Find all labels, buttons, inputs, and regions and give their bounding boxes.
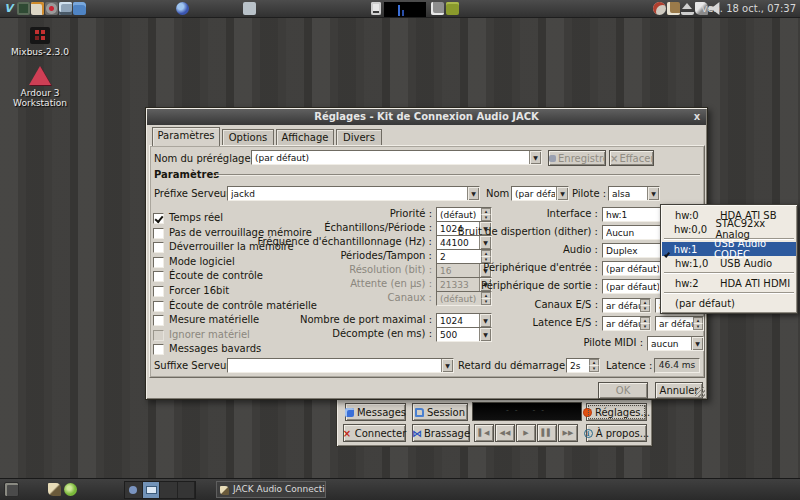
terminal-icon[interactable] [17,2,30,15]
workspace-2-active[interactable] [143,482,161,498]
driver-combobox[interactable]: alsa▼ [608,186,660,201]
checkbox-ignorer-materiel[interactable] [153,330,164,341]
patchbay-button[interactable]: ⋈ Brassage [412,424,470,442]
session-button[interactable]: Session [412,403,468,421]
session-folder-icon [415,408,424,417]
ok-button[interactable]: OK [598,382,648,399]
workspace-pager[interactable] [124,481,196,499]
workspace-1[interactable] [125,482,143,498]
qjackctl-window: Messages Session -- -- Réglages... × Con… [336,396,653,447]
resize-grip[interactable] [695,387,705,397]
delete-x-icon: × [610,153,618,164]
spin-arrows-icon[interactable]: ▴▾ [640,299,650,312]
task-pen-icon [220,486,229,495]
workspace-4[interactable] [178,482,196,498]
eject-icon[interactable] [681,2,694,15]
cd-burner-icon[interactable] [45,2,58,15]
browser-icon[interactable] [176,2,189,15]
interface-combobox[interactable]: hw:1 [602,207,662,222]
messages-button[interactable]: Messages [345,403,406,421]
desktop-icon-mixbus[interactable]: Mixbus-2.3.0 [3,27,77,57]
chevron-down-icon[interactable]: ▼ [691,337,703,350]
dialog-titlebar[interactable]: Réglages - Kit de Connexion Audio JACK x [147,109,706,125]
transport-forward-button[interactable]: ▶▶ [558,424,578,442]
chevron-down-icon[interactable]: ▼ [529,151,541,164]
computer-icon[interactable] [59,2,72,15]
preset-combobox[interactable]: (par défaut)▼ [251,150,542,165]
checkbox-temps-reel[interactable] [153,213,164,224]
dither-combobox[interactable]: Aucun [602,225,662,240]
midi-driver-label: Pilote MIDI : [491,336,643,350]
chevron-down-icon[interactable]: ▼ [556,187,568,200]
checkbox-forcer-16bit[interactable] [153,286,164,297]
menu-item-hw2[interactable]: hw:2 HDA ATI HDMI [662,276,796,290]
app-menu-icon[interactable]: V [2,2,15,15]
chevron-down-icon[interactable]: ▼ [467,187,479,200]
menu-item-default[interactable]: (par défaut) [662,296,796,310]
tab-affichage[interactable]: Affichage [276,129,334,146]
out-latency-spinbox[interactable]: ar défaut)▴▾ [655,316,704,331]
audio-combobox[interactable]: Duplex [602,243,662,258]
battery-icon[interactable] [371,2,381,15]
in-channels-spinbox[interactable]: ar défaut)▴▾ [602,298,651,313]
connect-button[interactable]: × Connecter [343,424,406,442]
checkbox-mode-logiciel[interactable] [153,257,164,268]
delete-preset-button[interactable]: ×Effacer [609,150,654,166]
window-list-icon[interactable] [243,2,256,15]
tab-divers[interactable]: Divers [336,129,382,146]
text-editor-icon[interactable] [31,2,44,15]
dialog-title: Réglages - Kit de Connexion Audio JACK [314,111,539,122]
about-button[interactable]: i À propos... [586,424,647,442]
checkbox-ecoute-materielle[interactable] [153,301,164,312]
outdevice-combobox[interactable]: (par défaut) [602,279,662,294]
samplerate-label: Fréquence d'échantillonnage (Hz) : [206,235,432,249]
transport-pause-button[interactable]: ▌▌ [537,424,557,442]
server-prefix-label: Préfixe Serveur : [154,187,237,201]
task-button-jack[interactable]: JACK Audio Connectio... [216,481,326,498]
transport-play-button[interactable]: ▶ [516,424,536,442]
checkbox-pas-verrouillage[interactable] [153,228,164,239]
spin-arrows-icon[interactable]: ▴▾ [693,317,703,330]
start-delay-spinbox[interactable]: 2s▴▾ [566,358,600,373]
transport-skip-back-button[interactable]: ▌◀ [474,424,494,442]
menu-item-hw00[interactable]: hw:0,0 STAC92xx Analog [662,222,796,236]
screenshot-icon[interactable] [653,2,666,15]
close-icon[interactable]: x [691,111,703,123]
checkbox-ecoute-controle[interactable] [153,271,164,282]
spin-arrows-icon[interactable]: ▴▾ [589,359,599,372]
menu-item-hw1-selected[interactable]: hw:1 USB Audio CODEC [662,242,796,256]
cpu-monitor-graph[interactable] [384,2,426,17]
desktop-icon-ardour[interactable]: Ardour 3 Workstation [3,66,77,108]
panel-clock[interactable]: ven. 18 oct., 07:37 [701,3,796,14]
show-desktop-button[interactable] [4,482,19,497]
tab-options[interactable]: Options [222,129,274,146]
jack-settings-dialog: Réglages - Kit de Connexion Audio JACK x… [145,107,708,400]
server-name-combobox[interactable]: (par défaut)▼ [511,186,569,201]
settings-button[interactable]: Réglages... [586,403,647,421]
checkbox-messages-bavards[interactable] [153,344,164,355]
workspace-3[interactable] [160,482,178,498]
tab-parametres[interactable]: Paramètres [152,127,220,146]
paint-icon[interactable] [48,483,61,496]
file-manager-icon[interactable] [73,2,86,15]
desktop: V ven. 18 oct., 07:37 Mixbus-2.3.0 Ardou… [0,0,800,500]
server-prefix-combobox[interactable]: jackd▼ [227,186,480,201]
ardour-icon [29,66,51,85]
checkbox-mesure-materielle[interactable] [153,315,164,326]
wait-label: Attente (en µs) : [206,277,432,291]
in-latency-spinbox[interactable]: ar défaut)▴▾ [602,316,651,331]
save-preset-button[interactable]: Enregistrer [548,150,606,166]
chevron-down-icon[interactable]: ▼ [441,359,453,372]
connect-icon: × [343,429,352,438]
spin-arrows-icon[interactable]: ▴▾ [640,317,650,330]
chevron-down-icon[interactable]: ▼ [647,187,659,200]
server-suffix-combobox[interactable]: ▼ [227,358,454,373]
broken-image-icon[interactable] [431,2,444,15]
clipboard-icon[interactable] [667,2,680,15]
assistant-icon[interactable] [64,483,77,496]
transport-rewind-button[interactable]: ◀◀ [495,424,515,442]
midi-driver-combobox[interactable]: aucun▼ [647,336,704,351]
indevice-combobox[interactable]: (par défaut) [602,261,662,276]
checkbox-deverrouiller[interactable] [153,242,164,253]
trash-icon[interactable] [446,2,459,15]
